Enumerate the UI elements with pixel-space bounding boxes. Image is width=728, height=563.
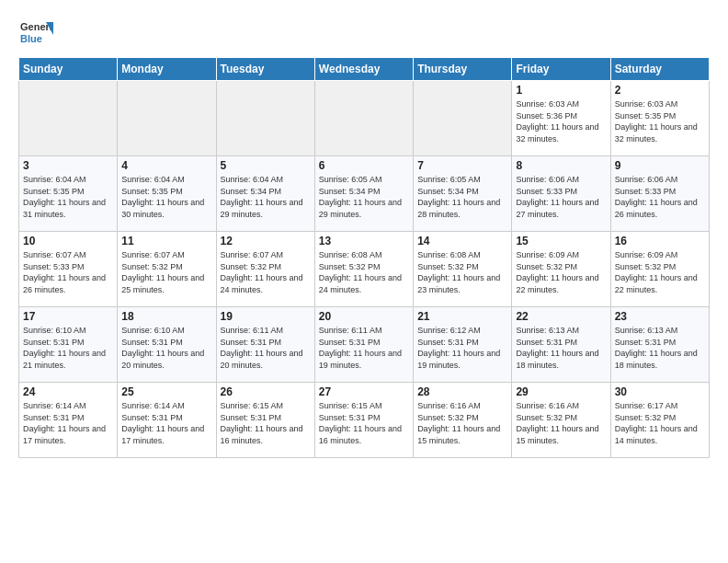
calendar-cell: 30Sunrise: 6:17 AMSunset: 5:32 PMDayligh…	[610, 383, 709, 458]
calendar-cell	[118, 81, 216, 156]
day-number: 1	[516, 84, 606, 97]
day-number: 9	[615, 159, 705, 172]
calendar-cell: 13Sunrise: 6:08 AMSunset: 5:32 PMDayligh…	[314, 232, 413, 307]
day-number: 20	[319, 310, 409, 323]
svg-text:Blue: Blue	[20, 33, 42, 44]
day-info: Sunrise: 6:15 AMSunset: 5:31 PMDaylight:…	[221, 400, 311, 446]
day-info: Sunrise: 6:17 AMSunset: 5:32 PMDaylight:…	[615, 400, 705, 446]
calendar-week-row: 10Sunrise: 6:07 AMSunset: 5:33 PMDayligh…	[19, 232, 710, 307]
calendar-cell: 19Sunrise: 6:11 AMSunset: 5:31 PMDayligh…	[216, 307, 314, 383]
calendar-cell: 14Sunrise: 6:08 AMSunset: 5:32 PMDayligh…	[414, 232, 512, 307]
calendar-week-row: 3Sunrise: 6:04 AMSunset: 5:35 PMDaylight…	[19, 156, 710, 232]
day-number: 6	[319, 159, 409, 172]
calendar-cell: 9Sunrise: 6:06 AMSunset: 5:33 PMDaylight…	[610, 156, 709, 232]
day-number: 30	[615, 385, 705, 398]
day-info: Sunrise: 6:05 AMSunset: 5:34 PMDaylight:…	[319, 174, 409, 220]
calendar-cell	[314, 81, 413, 156]
day-number: 29	[516, 385, 606, 398]
day-info: Sunrise: 6:16 AMSunset: 5:32 PMDaylight:…	[417, 400, 507, 446]
day-info: Sunrise: 6:10 AMSunset: 5:31 PMDaylight:…	[23, 325, 113, 371]
day-info: Sunrise: 6:14 AMSunset: 5:31 PMDaylight:…	[121, 400, 211, 446]
day-number: 22	[516, 310, 606, 323]
day-number: 23	[615, 310, 705, 323]
day-info: Sunrise: 6:07 AMSunset: 5:32 PMDaylight:…	[221, 249, 311, 295]
logo-icon: General Blue	[18, 15, 53, 50]
day-number: 11	[121, 235, 211, 247]
col-header-monday: Monday	[118, 58, 216, 81]
day-number: 8	[516, 159, 606, 172]
col-header-sunday: Sunday	[19, 58, 118, 81]
day-number: 12	[221, 235, 311, 247]
calendar-cell: 16Sunrise: 6:09 AMSunset: 5:32 PMDayligh…	[610, 232, 709, 307]
day-number: 5	[221, 159, 311, 172]
day-info: Sunrise: 6:07 AMSunset: 5:32 PMDaylight:…	[121, 249, 211, 295]
calendar-cell: 11Sunrise: 6:07 AMSunset: 5:32 PMDayligh…	[118, 232, 216, 307]
calendar-cell: 26Sunrise: 6:15 AMSunset: 5:31 PMDayligh…	[216, 383, 314, 458]
col-header-saturday: Saturday	[610, 58, 709, 81]
calendar-table: SundayMondayTuesdayWednesdayThursdayFrid…	[18, 57, 710, 458]
calendar-cell: 25Sunrise: 6:14 AMSunset: 5:31 PMDayligh…	[118, 383, 216, 458]
day-number: 16	[615, 235, 705, 247]
day-number: 10	[23, 235, 113, 247]
calendar-cell: 10Sunrise: 6:07 AMSunset: 5:33 PMDayligh…	[19, 232, 118, 307]
day-number: 13	[319, 235, 409, 247]
day-number: 25	[121, 385, 211, 398]
day-number: 4	[121, 159, 211, 172]
day-info: Sunrise: 6:11 AMSunset: 5:31 PMDaylight:…	[221, 325, 311, 371]
day-info: Sunrise: 6:03 AMSunset: 5:36 PMDaylight:…	[516, 98, 606, 144]
day-info: Sunrise: 6:06 AMSunset: 5:33 PMDaylight:…	[615, 174, 705, 220]
day-info: Sunrise: 6:16 AMSunset: 5:32 PMDaylight:…	[516, 400, 606, 446]
calendar-cell: 5Sunrise: 6:04 AMSunset: 5:34 PMDaylight…	[216, 156, 314, 232]
calendar-cell	[19, 81, 118, 156]
day-info: Sunrise: 6:14 AMSunset: 5:31 PMDaylight:…	[23, 400, 113, 446]
day-info: Sunrise: 6:07 AMSunset: 5:33 PMDaylight:…	[23, 249, 113, 295]
day-number: 3	[23, 159, 113, 172]
day-number: 7	[417, 159, 507, 172]
col-header-friday: Friday	[512, 58, 610, 81]
calendar-cell	[216, 81, 314, 156]
calendar-cell: 17Sunrise: 6:10 AMSunset: 5:31 PMDayligh…	[19, 307, 118, 383]
calendar-week-row: 24Sunrise: 6:14 AMSunset: 5:31 PMDayligh…	[19, 383, 710, 458]
day-number: 17	[23, 310, 113, 323]
day-number: 19	[221, 310, 311, 323]
calendar-cell: 1Sunrise: 6:03 AMSunset: 5:36 PMDaylight…	[512, 81, 610, 156]
day-info: Sunrise: 6:15 AMSunset: 5:31 PMDaylight:…	[319, 400, 409, 446]
calendar-cell: 3Sunrise: 6:04 AMSunset: 5:35 PMDaylight…	[19, 156, 118, 232]
day-info: Sunrise: 6:11 AMSunset: 5:31 PMDaylight:…	[319, 325, 409, 371]
col-header-thursday: Thursday	[414, 58, 512, 81]
calendar-cell: 21Sunrise: 6:12 AMSunset: 5:31 PMDayligh…	[414, 307, 512, 383]
day-number: 24	[23, 385, 113, 398]
day-number: 28	[417, 385, 507, 398]
calendar-cell: 4Sunrise: 6:04 AMSunset: 5:35 PMDaylight…	[118, 156, 216, 232]
calendar-cell	[414, 81, 512, 156]
day-number: 21	[417, 310, 507, 323]
calendar-cell: 15Sunrise: 6:09 AMSunset: 5:32 PMDayligh…	[512, 232, 610, 307]
day-info: Sunrise: 6:04 AMSunset: 5:35 PMDaylight:…	[23, 174, 113, 220]
calendar-cell: 6Sunrise: 6:05 AMSunset: 5:34 PMDaylight…	[314, 156, 413, 232]
day-info: Sunrise: 6:08 AMSunset: 5:32 PMDaylight:…	[417, 249, 507, 295]
calendar-cell: 22Sunrise: 6:13 AMSunset: 5:31 PMDayligh…	[512, 307, 610, 383]
calendar-cell: 12Sunrise: 6:07 AMSunset: 5:32 PMDayligh…	[216, 232, 314, 307]
day-info: Sunrise: 6:13 AMSunset: 5:31 PMDaylight:…	[516, 325, 606, 371]
weekday-header-row: SundayMondayTuesdayWednesdayThursdayFrid…	[19, 58, 710, 81]
day-info: Sunrise: 6:13 AMSunset: 5:31 PMDaylight:…	[615, 325, 705, 371]
day-info: Sunrise: 6:09 AMSunset: 5:32 PMDaylight:…	[615, 249, 705, 295]
day-number: 14	[417, 235, 507, 247]
day-info: Sunrise: 6:12 AMSunset: 5:31 PMDaylight:…	[417, 325, 507, 371]
header: General Blue	[18, 15, 710, 50]
day-info: Sunrise: 6:06 AMSunset: 5:33 PMDaylight:…	[516, 174, 606, 220]
logo: General Blue	[18, 15, 53, 50]
calendar-cell: 27Sunrise: 6:15 AMSunset: 5:31 PMDayligh…	[314, 383, 413, 458]
calendar-cell: 29Sunrise: 6:16 AMSunset: 5:32 PMDayligh…	[512, 383, 610, 458]
day-info: Sunrise: 6:04 AMSunset: 5:35 PMDaylight:…	[121, 174, 211, 220]
day-info: Sunrise: 6:09 AMSunset: 5:32 PMDaylight:…	[516, 249, 606, 295]
calendar-cell: 7Sunrise: 6:05 AMSunset: 5:34 PMDaylight…	[414, 156, 512, 232]
calendar-week-row: 17Sunrise: 6:10 AMSunset: 5:31 PMDayligh…	[19, 307, 710, 383]
col-header-tuesday: Tuesday	[216, 58, 314, 81]
day-info: Sunrise: 6:03 AMSunset: 5:35 PMDaylight:…	[615, 98, 705, 144]
day-info: Sunrise: 6:10 AMSunset: 5:31 PMDaylight:…	[121, 325, 211, 371]
day-info: Sunrise: 6:05 AMSunset: 5:34 PMDaylight:…	[417, 174, 507, 220]
calendar-cell: 8Sunrise: 6:06 AMSunset: 5:33 PMDaylight…	[512, 156, 610, 232]
calendar-cell: 20Sunrise: 6:11 AMSunset: 5:31 PMDayligh…	[314, 307, 413, 383]
day-number: 18	[121, 310, 211, 323]
